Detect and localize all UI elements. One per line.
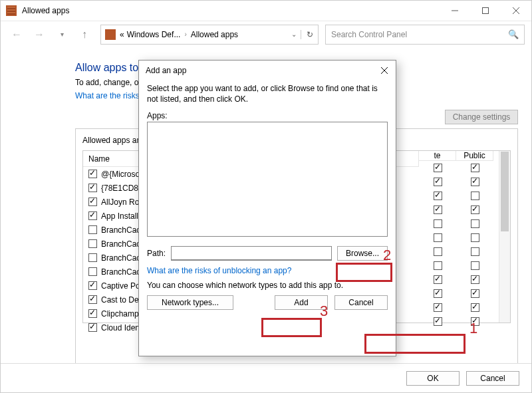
annotation-number-2: 2	[383, 247, 391, 264]
row-label: Clipchamp	[101, 309, 139, 319]
refresh-button[interactable]: ↻	[301, 30, 314, 39]
annotation-number-3: 3	[320, 303, 328, 320]
close-button[interactable]	[501, 1, 531, 21]
chevron-right-icon: ›	[184, 31, 186, 38]
firewall-icon	[6, 5, 17, 16]
row-enable-checkbox[interactable]	[88, 211, 97, 220]
risks-link[interactable]: What are the risks	[75, 91, 140, 100]
breadcrumb-part2[interactable]: Allowed apps	[191, 30, 238, 39]
nav-up-button[interactable]: ↑	[75, 25, 94, 44]
private-checkbox[interactable]	[434, 317, 442, 326]
nav-back-button[interactable]: ←	[7, 25, 26, 44]
window-controls	[440, 1, 531, 21]
change-settings-button[interactable]: Change settings	[445, 110, 518, 124]
maximize-button[interactable]	[470, 1, 501, 21]
window-title: Allowed apps	[22, 6, 440, 15]
private-checkbox[interactable]	[434, 303, 442, 312]
breadcrumb-root-marker: «	[120, 30, 124, 39]
dialog-risks-link[interactable]: What are the risks of unblocking an app?	[147, 266, 388, 275]
allowed-apps-window: Allowed apps ← → ▾ ↑ « Windows Def... › …	[0, 0, 532, 393]
private-checkbox[interactable]	[434, 247, 442, 256]
private-checkbox[interactable]	[434, 261, 442, 270]
public-checkbox[interactable]	[471, 205, 479, 214]
row-enable-checkbox[interactable]	[88, 253, 97, 262]
public-checkbox[interactable]	[471, 275, 479, 284]
apps-label: Apps:	[147, 111, 388, 120]
firewall-icon	[105, 29, 116, 40]
add-app-dialog: Add an app Select the app you want to ad…	[138, 60, 396, 356]
private-checkbox[interactable]	[434, 289, 442, 298]
nav-recent-dropdown[interactable]: ▾	[53, 25, 71, 44]
minimize-button[interactable]	[440, 1, 470, 21]
public-checkbox[interactable]	[471, 178, 479, 186]
navbar: ← → ▾ ↑ « Windows Def... › Allowed apps …	[1, 21, 531, 47]
row-enable-checkbox[interactable]	[88, 239, 97, 248]
row-enable-checkbox[interactable]	[88, 323, 97, 332]
dialog-titlebar: Add an app	[139, 61, 396, 80]
row-enable-checkbox[interactable]	[88, 184, 97, 192]
private-checkbox[interactable]	[434, 275, 442, 284]
private-checkbox[interactable]	[434, 233, 442, 242]
column-public-header[interactable]: Public	[456, 151, 493, 161]
breadcrumb-part1[interactable]: Windows Def...	[127, 30, 181, 39]
row-enable-checkbox[interactable]	[88, 197, 97, 206]
table-scrollbar[interactable]	[499, 151, 510, 323]
private-checkbox[interactable]	[434, 178, 442, 186]
public-checkbox[interactable]	[471, 289, 479, 298]
row-enable-checkbox[interactable]	[88, 295, 97, 304]
public-checkbox[interactable]	[471, 261, 479, 270]
apps-listbox[interactable]	[147, 122, 388, 237]
cancel-button[interactable]: Cancel	[466, 371, 519, 386]
row-label: Cloud Identi	[101, 323, 144, 332]
path-input[interactable]	[171, 246, 332, 261]
path-label: Path:	[147, 249, 166, 258]
search-placeholder: Search Control Panel	[331, 30, 407, 39]
bottom-bar: OK Cancel	[1, 363, 531, 392]
svg-rect-1	[483, 8, 489, 14]
titlebar: Allowed apps	[1, 1, 531, 21]
breadcrumb[interactable]: « Windows Def... › Allowed apps ⌄ ↻	[100, 25, 319, 45]
public-checkbox[interactable]	[471, 247, 479, 256]
public-checkbox[interactable]	[471, 233, 479, 242]
private-checkbox[interactable]	[434, 205, 442, 214]
row-enable-checkbox[interactable]	[88, 281, 97, 290]
dialog-instruction: Select the app you want to add, or click…	[147, 83, 388, 104]
network-types-button[interactable]: Network types...	[147, 295, 233, 310]
public-checkbox[interactable]	[471, 303, 479, 312]
ok-button[interactable]: OK	[406, 371, 460, 386]
public-checkbox[interactable]	[471, 164, 479, 172]
nav-forward-button[interactable]: →	[30, 25, 49, 44]
network-types-text: You can choose which network types to ad…	[147, 281, 388, 290]
annotation-number-1: 1	[469, 320, 477, 337]
browse-button[interactable]: Browse...	[337, 246, 388, 261]
column-private-header[interactable]: te	[419, 151, 456, 161]
private-checkbox[interactable]	[434, 219, 442, 228]
public-checkbox[interactable]	[471, 219, 479, 228]
dialog-close-button[interactable]	[377, 63, 392, 78]
public-checkbox[interactable]	[471, 192, 479, 200]
search-icon: 🔍	[508, 29, 519, 39]
row-enable-checkbox[interactable]	[88, 170, 97, 178]
dialog-cancel-button[interactable]: Cancel	[334, 295, 388, 310]
row-enable-checkbox[interactable]	[88, 225, 97, 234]
private-checkbox[interactable]	[434, 192, 442, 200]
search-input[interactable]: Search Control Panel 🔍	[325, 25, 525, 45]
dialog-title: Add an app	[146, 66, 186, 75]
row-enable-checkbox[interactable]	[88, 309, 97, 318]
breadcrumb-dropdown[interactable]: ⌄	[291, 31, 297, 38]
private-checkbox[interactable]	[434, 164, 442, 172]
row-enable-checkbox[interactable]	[88, 267, 97, 276]
